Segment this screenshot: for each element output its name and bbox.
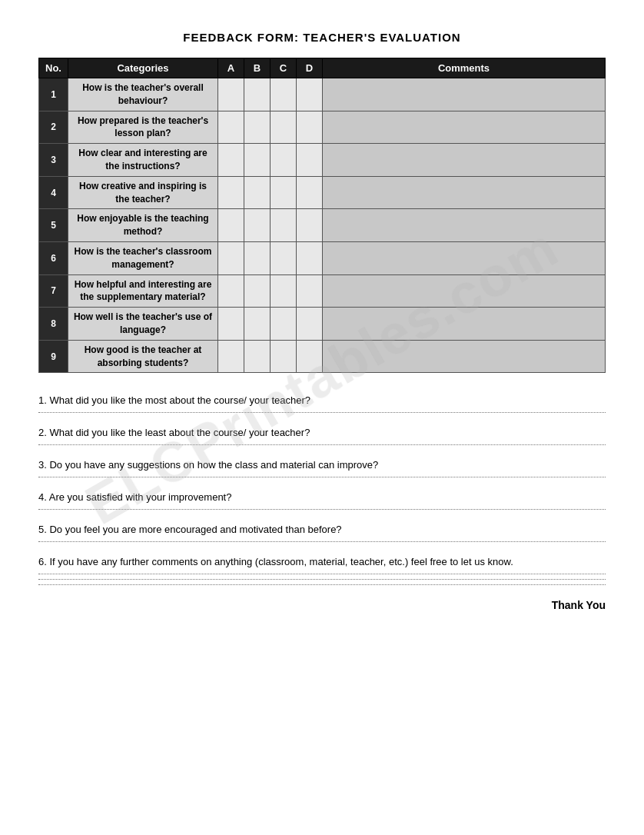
row-9-grade-a[interactable] <box>218 340 244 373</box>
row-3-grade-b[interactable] <box>244 144 271 177</box>
row-category-4: How creative and inspiring is the teache… <box>68 176 218 209</box>
dotted-line-6-extra-1 <box>38 584 606 585</box>
col-header-no: No. <box>39 58 68 78</box>
row-5-grade-a[interactable] <box>218 209 244 242</box>
row-9-grade-b[interactable] <box>244 340 271 373</box>
evaluation-table: No. Categories A B C D Comments 1How is … <box>38 58 606 373</box>
col-header-a: A <box>218 58 244 78</box>
row-1-grade-b[interactable] <box>244 78 271 111</box>
row-2-comments[interactable] <box>323 111 606 144</box>
dotted-line-2-1 <box>38 444 606 445</box>
question-item-5: 5. Do you feel you are more encouraged a… <box>38 524 606 542</box>
dotted-line-6-1 <box>38 574 606 574</box>
row-category-1: How is the teacher's overall behaviour? <box>68 78 218 111</box>
row-category-7: How helpful and interesting are the supp… <box>68 274 218 308</box>
row-6-grade-a[interactable] <box>218 241 244 274</box>
row-category-9: How good is the teacher at absorbing stu… <box>68 340 218 373</box>
row-6-grade-b[interactable] <box>244 241 271 274</box>
question-item-6: 6. If you have any further comments on a… <box>38 556 606 585</box>
row-8-comments[interactable] <box>323 308 606 341</box>
question-item-1: 1. What did you like the most about the … <box>38 394 606 413</box>
row-no-6: 6 <box>39 241 68 274</box>
row-3-grade-c[interactable] <box>271 144 297 177</box>
question-text-5: 5. Do you feel you are more encouraged a… <box>38 524 606 535</box>
questions-section: 1. What did you like the most about the … <box>38 394 606 585</box>
col-header-c: C <box>271 58 297 78</box>
row-4-grade-b[interactable] <box>244 176 271 209</box>
row-8-grade-c[interactable] <box>271 308 297 341</box>
row-9-comments[interactable] <box>323 340 606 373</box>
col-header-comments: Comments <box>323 58 606 78</box>
row-no-5: 5 <box>39 209 68 242</box>
row-7-grade-a[interactable] <box>218 274 244 308</box>
row-no-2: 2 <box>39 111 68 144</box>
row-6-comments[interactable] <box>323 241 606 274</box>
row-category-2: How prepared is the teacher's lesson pla… <box>68 111 218 144</box>
row-no-7: 7 <box>39 274 68 308</box>
question-text-4: 4. Are you satisfied with your improveme… <box>38 491 606 503</box>
question-text-2: 2. What did you like the least about the… <box>38 427 606 438</box>
row-9-grade-c[interactable] <box>271 340 297 373</box>
row-3-grade-a[interactable] <box>218 144 244 177</box>
question-text-3: 3. Do you have any suggestions on how th… <box>38 459 606 471</box>
row-8-grade-a[interactable] <box>218 308 244 341</box>
dotted-line-1-1 <box>38 412 606 413</box>
row-5-grade-d[interactable] <box>297 209 323 242</box>
row-4-comments[interactable] <box>323 176 606 209</box>
dotted-line-5-1 <box>38 541 606 542</box>
row-6-grade-c[interactable] <box>271 241 297 274</box>
question-item-4: 4. Are you satisfied with your improveme… <box>38 491 606 510</box>
row-2-grade-b[interactable] <box>244 111 271 144</box>
row-1-grade-c[interactable] <box>271 78 297 111</box>
row-2-grade-d[interactable] <box>297 111 323 144</box>
col-header-b: B <box>244 58 271 78</box>
row-category-6: How is the teacher's classroom managemen… <box>68 241 218 274</box>
dotted-line-6-extra-0 <box>38 579 606 580</box>
col-header-categories: Categories <box>68 58 218 78</box>
row-4-grade-d[interactable] <box>297 176 323 209</box>
row-4-grade-c[interactable] <box>271 176 297 209</box>
row-3-grade-d[interactable] <box>297 144 323 177</box>
question-text-6: 6. If you have any further comments on a… <box>38 556 606 567</box>
row-1-grade-d[interactable] <box>297 78 323 111</box>
dotted-line-3-1 <box>38 477 606 477</box>
col-header-d: D <box>297 58 323 78</box>
row-8-grade-b[interactable] <box>244 308 271 341</box>
row-no-8: 8 <box>39 308 68 341</box>
row-category-8: How well is the teacher's use of languag… <box>68 308 218 341</box>
row-category-5: How enjoyable is the teaching method? <box>68 209 218 242</box>
row-2-grade-a[interactable] <box>218 111 244 144</box>
row-3-comments[interactable] <box>323 144 606 177</box>
row-9-grade-d[interactable] <box>297 340 323 373</box>
row-4-grade-a[interactable] <box>218 176 244 209</box>
row-1-grade-a[interactable] <box>218 78 244 111</box>
row-5-grade-b[interactable] <box>244 209 271 242</box>
row-7-comments[interactable] <box>323 274 606 308</box>
row-no-9: 9 <box>39 340 68 373</box>
row-5-comments[interactable] <box>323 209 606 242</box>
row-6-grade-d[interactable] <box>297 241 323 274</box>
question-text-1: 1. What did you like the most about the … <box>38 394 606 406</box>
row-7-grade-b[interactable] <box>244 274 271 308</box>
dotted-line-4-1 <box>38 509 606 510</box>
row-7-grade-c[interactable] <box>271 274 297 308</box>
row-no-3: 3 <box>39 144 68 177</box>
row-1-comments[interactable] <box>323 78 606 111</box>
row-no-1: 1 <box>39 78 68 111</box>
question-item-2: 2. What did you like the least about the… <box>38 427 606 445</box>
row-7-grade-d[interactable] <box>297 274 323 308</box>
row-category-3: How clear and interesting are the instru… <box>68 144 218 177</box>
question-item-3: 3. Do you have any suggestions on how th… <box>38 459 606 477</box>
row-no-4: 4 <box>39 176 68 209</box>
row-5-grade-c[interactable] <box>271 209 297 242</box>
row-2-grade-c[interactable] <box>271 111 297 144</box>
thank-you-text: Thank You <box>38 599 606 611</box>
row-8-grade-d[interactable] <box>297 308 323 341</box>
page-title: FEEDBACK FORM: TEACHER'S EVALUATION <box>38 31 606 44</box>
